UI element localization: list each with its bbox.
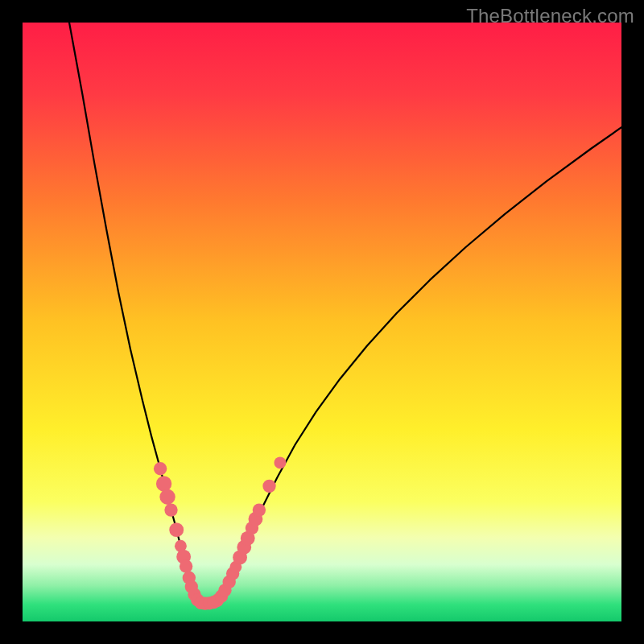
data-marker bbox=[253, 503, 266, 516]
data-marker bbox=[154, 462, 167, 475]
plot-svg bbox=[23, 23, 621, 621]
chart-frame: TheBottleneck.com bbox=[0, 0, 644, 644]
data-marker bbox=[164, 503, 177, 516]
data-marker bbox=[156, 476, 171, 491]
gradient-background bbox=[23, 23, 621, 621]
data-marker bbox=[159, 489, 175, 505]
data-marker bbox=[274, 456, 286, 469]
data-marker bbox=[180, 559, 192, 572]
plot-area bbox=[23, 23, 621, 621]
watermark-text: TheBottleneck.com bbox=[466, 5, 634, 27]
data-marker bbox=[169, 522, 184, 537]
data-marker bbox=[262, 480, 275, 493]
